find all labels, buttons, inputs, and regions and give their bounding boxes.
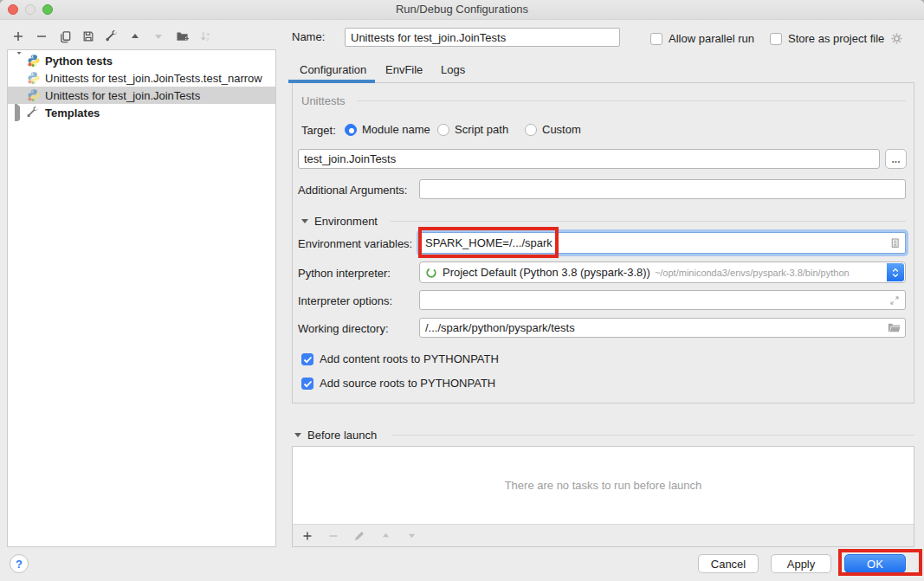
before-launch-section-title: Before launch	[307, 428, 377, 443]
add-source-roots-label: Add source roots to PYTHONPATH	[320, 377, 495, 390]
window-title: Run/Debug Configurations	[0, 0, 924, 19]
environment-section-title: Environment	[314, 214, 378, 229]
target-option-custom: Custom	[525, 123, 581, 136]
python-test-icon	[27, 88, 41, 102]
custom-radio[interactable]	[525, 124, 537, 136]
svg-text:a: a	[206, 31, 210, 36]
browse-button[interactable]: ...	[885, 149, 907, 169]
working-directory-label: Working directory:	[298, 321, 389, 337]
expand-field-icon[interactable]	[888, 294, 901, 307]
tree-item-label: Templates	[45, 107, 100, 119]
working-directory-input[interactable]	[419, 318, 906, 338]
move-down-icon[interactable]	[151, 28, 166, 45]
allow-parallel-run-row: Allow parallel run	[650, 32, 754, 45]
add-content-roots-label: Add content roots to PYTHONPATH	[320, 352, 499, 365]
before-launch-empty-text: There are no tasks to run before launch	[293, 447, 914, 524]
interpreter-env-icon	[425, 267, 437, 279]
move-task-up-icon[interactable]	[378, 527, 393, 545]
sort-alphabetically-icon[interactable]: az	[197, 28, 213, 45]
before-launch-collapse-icon[interactable]	[294, 433, 301, 437]
target-option-script-path: Script path	[437, 123, 508, 136]
module-name-label: Module name	[362, 123, 430, 136]
interpreter-options-label: Interpreter options:	[298, 294, 392, 309]
python-test-icon	[27, 71, 41, 85]
tree-item-label: Python tests	[45, 55, 113, 68]
before-launch-toolbar	[293, 524, 914, 546]
working-directory-field	[419, 318, 906, 338]
edit-pencil-icon[interactable]	[352, 527, 367, 545]
module-name-radio[interactable]	[345, 124, 357, 136]
interpreter-dropdown-button[interactable]	[887, 263, 904, 281]
folder-icon[interactable]	[887, 322, 901, 334]
allow-parallel-run-checkbox[interactable]	[650, 33, 662, 45]
ok-button[interactable]: OK	[844, 554, 906, 573]
interpreter-value: Project Default (Python 3.8 (pyspark-3.8…	[443, 266, 650, 279]
chevron-down-icon[interactable]	[15, 55, 23, 68]
before-launch-task-list: There are no tasks to run before launch	[292, 446, 914, 547]
add-source-roots-row: Add source roots to PYTHONPATH	[301, 377, 495, 390]
title-bar: Run/Debug Configurations	[0, 0, 924, 20]
apply-button[interactable]: Apply	[771, 554, 831, 573]
name-input[interactable]	[345, 28, 620, 47]
before-launch-divider	[392, 435, 914, 436]
add-source-roots-checkbox[interactable]	[301, 378, 313, 390]
allow-parallel-run-label: Allow parallel run	[669, 32, 754, 45]
python-tests-icon	[27, 54, 41, 68]
remove-icon[interactable]	[34, 28, 49, 45]
target-option-module-name: Module name	[345, 123, 430, 136]
tree-item-templates[interactable]: Templates	[8, 104, 275, 121]
tree-item-label: Unittests for test_join.JoinTests	[45, 89, 200, 102]
add-icon[interactable]	[10, 28, 26, 45]
script-path-radio[interactable]	[437, 124, 449, 136]
python-interpreter-combo[interactable]: Project Default (Python 3.8 (pyspark-3.8…	[419, 261, 906, 283]
target-label: Target:	[301, 123, 336, 139]
run-debug-configurations-dialog: Run/Debug Configurations az	[0, 0, 924, 581]
environment-variables-label: Environment variables:	[298, 236, 412, 252]
remove-task-icon[interactable]	[326, 527, 341, 545]
new-folder-icon[interactable]	[174, 28, 190, 45]
add-task-icon[interactable]	[300, 527, 315, 545]
add-content-roots-checkbox[interactable]	[301, 353, 313, 365]
cancel-button[interactable]: Cancel	[698, 554, 759, 573]
help-button[interactable]: ?	[10, 554, 29, 573]
store-as-project-file-label: Store as project file	[788, 32, 884, 45]
store-as-project-file-row: Store as project file	[770, 32, 903, 45]
tab-configuration[interactable]: Configuration	[300, 61, 366, 77]
tree-item-python-tests[interactable]: Python tests	[8, 52, 275, 69]
environment-section-divider	[390, 221, 906, 222]
tree-item-label: Unittests for test_join.JoinTests.test_n…	[45, 72, 262, 85]
module-name-input[interactable]	[298, 149, 880, 169]
environment-collapse-icon[interactable]	[301, 219, 308, 223]
name-label: Name:	[292, 29, 325, 45]
interpreter-options-input[interactable]	[419, 290, 906, 310]
configurations-toolbar: az	[10, 27, 213, 46]
svg-text:z: z	[206, 36, 209, 42]
interpreter-options-field	[419, 290, 906, 310]
chevron-right-icon[interactable]	[15, 107, 23, 119]
copy-icon[interactable]	[57, 28, 73, 45]
script-path-label: Script path	[455, 123, 508, 136]
configurations-tree: Python tests Unittests for test_join.Joi…	[7, 49, 276, 547]
python-interpreter-label: Python interpreter:	[298, 266, 391, 281]
custom-label: Custom	[542, 123, 581, 136]
save-icon[interactable]	[81, 28, 96, 45]
environment-variables-input[interactable]	[419, 232, 906, 254]
additional-arguments-label: Additional Arguments:	[298, 183, 407, 198]
gear-icon[interactable]	[890, 32, 903, 45]
env-vars-list-icon[interactable]	[888, 237, 901, 249]
tab-envfile[interactable]: EnvFile	[385, 61, 423, 77]
unittests-group-title: Unittests	[301, 94, 346, 109]
unittests-group-divider	[357, 100, 906, 101]
tree-item-unittests-jointests-selected[interactable]: Unittests for test_join.JoinTests	[8, 87, 275, 104]
tab-logs[interactable]: Logs	[441, 61, 465, 77]
tree-item-unittests-test-narrow[interactable]: Unittests for test_join.JoinTests.test_n…	[8, 69, 275, 87]
environment-variables-field	[419, 232, 906, 254]
additional-arguments-input[interactable]	[419, 179, 906, 199]
move-up-icon[interactable]	[127, 28, 143, 45]
add-content-roots-row: Add content roots to PYTHONPATH	[301, 352, 499, 365]
edit-templates-wrench-icon[interactable]	[104, 28, 120, 45]
store-as-project-file-checkbox[interactable]	[770, 33, 782, 45]
interpreter-path: ~/opt/miniconda3/envs/pyspark-3.8/bin/py…	[655, 268, 905, 278]
active-tab-underline	[288, 80, 375, 83]
move-task-down-icon[interactable]	[404, 527, 419, 545]
